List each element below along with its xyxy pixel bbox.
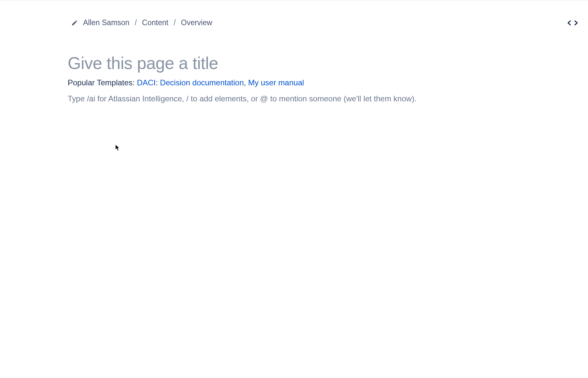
breadcrumb-separator: / [135,18,137,27]
breadcrumb-separator: / [174,18,176,27]
breadcrumb-item-content[interactable]: Content [142,18,168,27]
breadcrumb-item-space[interactable]: Allen Samson [83,18,130,27]
breadcrumb: Allen Samson / Content / Overview [71,18,212,27]
templates-separator: , [244,78,248,87]
templates-prefix: Popular Templates: [68,78,137,87]
template-link-user-manual[interactable]: My user manual [248,78,304,87]
edit-icon [71,20,78,26]
template-link-daci[interactable]: DACI: Decision documentation [137,78,244,87]
page-title-input[interactable]: Give this page a title [68,53,445,73]
editor-content[interactable]: Give this page a title Popular Templates… [0,27,445,104]
breadcrumb-item-overview[interactable]: Overview [181,18,212,27]
popular-templates-line: Popular Templates: DACI: Decision docume… [68,78,445,87]
page-body-input[interactable]: Type /ai for Atlassian Intelligence, / t… [68,93,445,104]
mouse-cursor-icon [115,144,120,151]
expand-width-button[interactable] [567,20,578,26]
